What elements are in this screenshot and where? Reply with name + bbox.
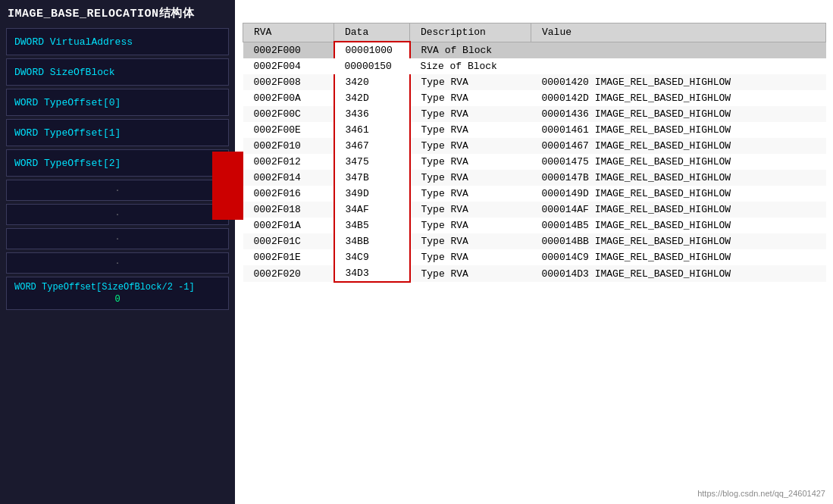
cell-rva: 0002F020 bbox=[243, 265, 334, 282]
cell-desc: Type RVA bbox=[410, 218, 531, 233]
page-title: IMAGE_BASE_RELOCATION结构体 bbox=[0, 0, 235, 25]
table-row: 0002F010 3467 Type RVA 00001467 IMAGE_RE… bbox=[243, 138, 826, 154]
cell-value: 00001436 IMAGE_REL_BASED_HIGHLOW bbox=[531, 106, 826, 122]
cell-rva: 0002F004 bbox=[243, 58, 334, 74]
table-row: 0002F00C 3436 Type RVA 00001436 IMAGE_RE… bbox=[243, 106, 826, 122]
cell-rva: 0002F010 bbox=[243, 138, 334, 154]
watermark: https://blog.csdn.net/qq_24601427 bbox=[697, 489, 825, 498]
field-dot-1: · bbox=[6, 180, 229, 201]
cell-rva: 0002F01C bbox=[243, 233, 334, 249]
right-panel: RVA Data Description Value 0002F000 0000… bbox=[243, 23, 826, 283]
cell-rva: 0002F01E bbox=[243, 249, 334, 265]
field-size-of-block: DWORD SizeOfBlock bbox=[6, 58, 229, 86]
cell-rva: 0002F01A bbox=[243, 218, 334, 233]
cell-data: 34D3 bbox=[334, 265, 410, 282]
cell-desc: Size of Block bbox=[410, 58, 531, 74]
cell-value bbox=[531, 42, 826, 58]
cell-data: 3475 bbox=[334, 154, 410, 170]
table-row: 0002F012 3475 Type RVA 00001475 IMAGE_RE… bbox=[243, 154, 826, 170]
cell-rva: 0002F00E bbox=[243, 122, 334, 138]
cell-data: 00000150 bbox=[334, 58, 410, 74]
cell-value: 0000149D IMAGE_REL_BASED_HIGHLOW bbox=[531, 186, 826, 202]
table-row: 0002F014 347B Type RVA 0000147B IMAGE_RE… bbox=[243, 170, 826, 186]
cell-rva: 0002F018 bbox=[243, 202, 334, 218]
cell-desc: Type RVA bbox=[410, 170, 531, 186]
cell-data: 347B bbox=[334, 170, 410, 186]
cell-desc: Type RVA bbox=[410, 138, 531, 154]
cell-value: 000014C9 IMAGE_REL_BASED_HIGHLOW bbox=[531, 249, 826, 265]
cell-rva: 0002F00A bbox=[243, 90, 334, 106]
cell-desc: Type RVA bbox=[410, 233, 531, 249]
cell-data: 3467 bbox=[334, 138, 410, 154]
cell-desc: Type RVA bbox=[410, 249, 531, 265]
cell-data: 34AF bbox=[334, 202, 410, 218]
cell-rva: 0002F008 bbox=[243, 74, 334, 90]
col-header-desc: Description bbox=[410, 23, 531, 42]
field-dot-2: · bbox=[6, 204, 229, 225]
table-row: 0002F008 3420 Type RVA 00001420 IMAGE_RE… bbox=[243, 74, 826, 90]
cell-value: 000014B5 IMAGE_REL_BASED_HIGHLOW bbox=[531, 218, 826, 233]
cell-rva: 0002F014 bbox=[243, 170, 334, 186]
cell-desc: Type RVA bbox=[410, 106, 531, 122]
field-virtual-address: DWORD VirtualAddress bbox=[6, 28, 229, 55]
cell-data: 342D bbox=[334, 90, 410, 106]
cell-data: 3461 bbox=[334, 122, 410, 138]
col-header-rva: RVA bbox=[243, 23, 334, 42]
field-typeoffset-0: WORD TypeOffset[0] bbox=[6, 89, 229, 116]
cell-desc: Type RVA bbox=[410, 122, 531, 138]
table-row: 0002F00E 3461 Type RVA 00001461 IMAGE_RE… bbox=[243, 122, 826, 138]
left-panel: IMAGE_BASE_RELOCATION结构体 DWORD VirtualAd… bbox=[0, 0, 235, 504]
table-row: 0002F01A 34B5 Type RVA 000014B5 IMAGE_RE… bbox=[243, 218, 826, 233]
cell-rva: 0002F000 bbox=[243, 42, 334, 58]
table-row: 0002F01C 34BB Type RVA 000014BB IMAGE_RE… bbox=[243, 233, 826, 249]
cell-desc: Type RVA bbox=[410, 186, 531, 202]
cell-value: 000014D3 IMAGE_REL_BASED_HIGHLOW bbox=[531, 265, 826, 282]
cell-desc: Type RVA bbox=[410, 202, 531, 218]
cell-data: 349D bbox=[334, 186, 410, 202]
cell-value: 00001475 IMAGE_REL_BASED_HIGHLOW bbox=[531, 154, 826, 170]
cell-data: 34B5 bbox=[334, 218, 410, 233]
table-row: 0002F00A 342D Type RVA 0000142D IMAGE_RE… bbox=[243, 90, 826, 106]
col-header-data: Data bbox=[334, 23, 410, 42]
cell-rva: 0002F016 bbox=[243, 186, 334, 202]
data-table: RVA Data Description Value 0002F000 0000… bbox=[243, 23, 826, 283]
cell-desc: Type RVA bbox=[410, 265, 531, 282]
table-row: 0002F01E 34C9 Type RVA 000014C9 IMAGE_RE… bbox=[243, 249, 826, 265]
cell-desc: Type RVA bbox=[410, 154, 531, 170]
table-row: 0002F004 00000150 Size of Block bbox=[243, 58, 826, 74]
cell-value: 000014AF IMAGE_REL_BASED_HIGHLOW bbox=[531, 202, 826, 218]
field-dot-3: · bbox=[6, 228, 229, 249]
cell-data: 3436 bbox=[334, 106, 410, 122]
cell-value: 0000142D IMAGE_REL_BASED_HIGHLOW bbox=[531, 90, 826, 106]
cell-rva: 0002F00C bbox=[243, 106, 334, 122]
field-typeoffset-1: WORD TypeOffset[1] bbox=[6, 119, 229, 146]
table-row: 0002F018 34AF Type RVA 000014AF IMAGE_RE… bbox=[243, 202, 826, 218]
field-typeoffset-last: WORD TypeOffset[SizeOfBlock/2 -1] 0 bbox=[6, 277, 229, 310]
table-row: 0002F000 00001000 RVA of Block bbox=[243, 42, 826, 58]
table-row: 0002F016 349D Type RVA 0000149D IMAGE_RE… bbox=[243, 186, 826, 202]
field-typeoffset-2: WORD TypeOffset[2] bbox=[6, 149, 229, 177]
cell-data: 34C9 bbox=[334, 249, 410, 265]
cell-data: 34BB bbox=[334, 233, 410, 249]
cell-value: 00001420 IMAGE_REL_BASED_HIGHLOW bbox=[531, 74, 826, 90]
cell-value: 00001461 IMAGE_REL_BASED_HIGHLOW bbox=[531, 122, 826, 138]
cell-data: 00001000 bbox=[334, 42, 410, 58]
cell-desc: Type RVA bbox=[410, 74, 531, 90]
cell-value: 00001467 IMAGE_REL_BASED_HIGHLOW bbox=[531, 138, 826, 154]
cell-desc: Type RVA bbox=[410, 90, 531, 106]
field-dot-4: · bbox=[6, 252, 229, 274]
cell-value: 000014BB IMAGE_REL_BASED_HIGHLOW bbox=[531, 233, 826, 249]
table-row: 0002F020 34D3 Type RVA 000014D3 IMAGE_RE… bbox=[243, 265, 826, 282]
cell-desc: RVA of Block bbox=[410, 42, 531, 58]
cell-value bbox=[531, 58, 826, 74]
cell-rva: 0002F012 bbox=[243, 154, 334, 170]
col-header-value: Value bbox=[531, 23, 826, 42]
cell-data: 3420 bbox=[334, 74, 410, 90]
cell-value: 0000147B IMAGE_REL_BASED_HIGHLOW bbox=[531, 170, 826, 186]
